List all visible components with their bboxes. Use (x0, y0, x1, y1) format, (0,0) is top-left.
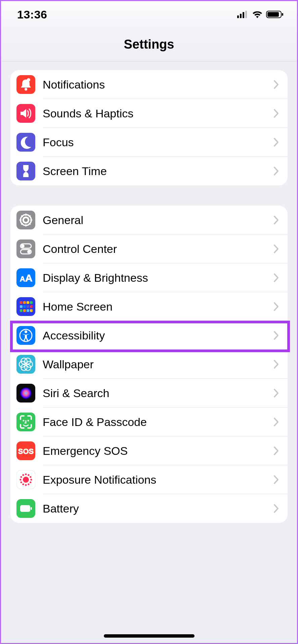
svg-point-74 (28, 474, 29, 476)
svg-point-75 (30, 476, 31, 478)
svg-rect-11 (16, 133, 35, 152)
row-label: Home Screen (43, 300, 273, 313)
settings-row-sounds-haptics[interactable]: Sounds & Haptics (10, 99, 288, 128)
svg-point-64 (30, 479, 32, 480)
settings-row-general[interactable]: General (10, 206, 288, 234)
svg-rect-78 (31, 507, 32, 510)
display-icon: AA (16, 268, 35, 287)
svg-point-63 (23, 477, 29, 483)
svg-point-8 (25, 88, 27, 91)
svg-text:SOS: SOS (18, 447, 34, 455)
sos-icon: SOS (16, 441, 35, 460)
svg-point-26 (21, 245, 25, 248)
row-label: Display & Brightness (43, 271, 273, 284)
svg-rect-2 (243, 12, 244, 18)
settings-row-battery[interactable]: Battery (10, 494, 288, 523)
settings-row-control-center[interactable]: Control Center (10, 234, 288, 263)
svg-point-67 (25, 484, 27, 486)
svg-point-71 (20, 476, 22, 478)
exposure-icon (16, 470, 35, 489)
page-title: Settings (124, 37, 174, 52)
chevron-right-icon (273, 138, 279, 147)
row-label: Screen Time (43, 165, 273, 178)
svg-point-59 (28, 420, 29, 422)
settings-group: GeneralControl CenterAADisplay & Brightn… (10, 206, 288, 523)
settings-row-exposure-notifications[interactable]: Exposure Notifications (10, 465, 288, 494)
row-label: Exposure Notifications (43, 473, 273, 486)
status-indicators (237, 10, 284, 18)
settings-row-siri-search[interactable]: Siri & Search (10, 379, 288, 408)
row-label: Emergency SOS (43, 444, 273, 458)
row-label: Focus (43, 136, 273, 149)
row-label: Wallpaper (43, 358, 273, 371)
sounds-icon (16, 104, 35, 123)
home-screen-icon (16, 297, 35, 316)
wifi-icon (252, 10, 263, 18)
svg-rect-40 (30, 305, 33, 308)
wallpaper-icon (16, 355, 35, 374)
settings-row-display-brightness[interactable]: AADisplay & Brightness (10, 263, 288, 292)
chevron-right-icon (273, 80, 279, 89)
settings-group: NotificationsSounds & HapticsFocusScreen… (10, 70, 288, 185)
notifications-icon (16, 75, 35, 94)
settings-row-notifications[interactable]: Notifications (10, 70, 288, 99)
svg-rect-3 (245, 11, 247, 18)
battery-status-icon (266, 10, 284, 18)
home-indicator (104, 634, 195, 638)
row-label: Control Center (43, 243, 273, 256)
row-label: Notifications (43, 78, 273, 91)
svg-point-56 (20, 387, 32, 399)
svg-rect-41 (20, 309, 23, 312)
svg-rect-44 (30, 309, 33, 312)
chevron-right-icon (273, 273, 279, 282)
settings-row-emergency-sos[interactable]: SOSEmergency SOS (10, 436, 288, 465)
nav-header: Settings (1, 28, 297, 61)
svg-rect-77 (20, 505, 30, 512)
row-label: Face ID & Passcode (43, 416, 273, 429)
row-label: Siri & Search (43, 387, 273, 400)
svg-rect-34 (23, 301, 26, 304)
svg-rect-33 (20, 301, 23, 304)
svg-rect-35 (27, 301, 29, 304)
siri-icon (16, 384, 35, 402)
chevron-right-icon (273, 302, 279, 311)
settings-row-face-id-passcode[interactable]: Face ID & Passcode (10, 408, 288, 436)
row-label: General (43, 214, 273, 227)
cellular-icon (237, 11, 249, 18)
svg-rect-42 (23, 309, 26, 312)
svg-point-70 (19, 479, 21, 480)
chevron-right-icon (273, 360, 279, 369)
settings-row-home-screen[interactable]: Home Screen (10, 292, 288, 321)
settings-groups: NotificationsSounds & HapticsFocusScreen… (1, 61, 297, 523)
chevron-right-icon (273, 446, 279, 455)
status-bar: 13:36 (1, 1, 297, 28)
row-label: Accessibility (43, 329, 273, 342)
accessibility-icon (16, 326, 35, 345)
chevron-right-icon (273, 388, 279, 398)
chevron-right-icon (273, 109, 279, 118)
svg-rect-5 (267, 12, 279, 17)
svg-rect-1 (240, 14, 242, 18)
svg-point-66 (28, 483, 29, 485)
svg-rect-24 (16, 239, 35, 258)
settings-row-accessibility[interactable]: Accessibility (10, 321, 288, 350)
chevron-right-icon (273, 475, 279, 484)
battery-icon (16, 499, 35, 518)
settings-row-screen-time[interactable]: Screen Time (10, 157, 288, 185)
row-label: Battery (43, 502, 273, 515)
general-icon (16, 211, 35, 229)
faceid-icon (16, 413, 35, 431)
svg-point-73 (25, 473, 27, 475)
row-label: Sounds & Haptics (43, 107, 273, 120)
svg-point-68 (22, 483, 24, 485)
settings-row-focus[interactable]: Focus (10, 128, 288, 157)
settings-row-wallpaper[interactable]: Wallpaper (10, 350, 288, 379)
control-center-icon (16, 239, 35, 258)
chevron-right-icon (273, 244, 279, 254)
svg-rect-37 (20, 305, 23, 308)
svg-rect-36 (30, 301, 33, 304)
chevron-right-icon (273, 331, 279, 340)
svg-rect-39 (27, 305, 29, 308)
svg-point-9 (27, 78, 30, 82)
svg-rect-0 (237, 15, 239, 18)
